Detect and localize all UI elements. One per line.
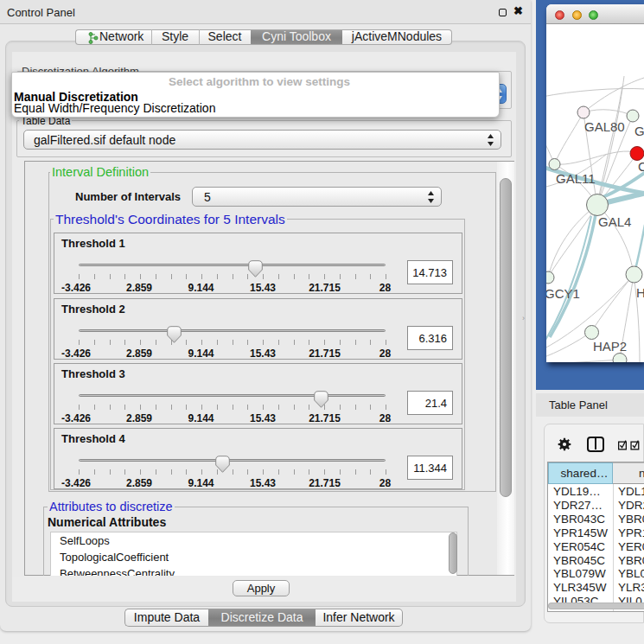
svg-text:G.: G.: [634, 124, 644, 138]
svg-text:C: C: [638, 159, 644, 174]
svg-text:GAL80: GAL80: [584, 119, 625, 134]
svg-text:GCY1: GCY1: [546, 286, 580, 301]
svg-text:GAL4: GAL4: [598, 214, 631, 229]
svg-text:H: H: [636, 285, 644, 300]
svg-text:HAP2: HAP2: [593, 339, 627, 354]
svg-text:GAL11: GAL11: [556, 171, 596, 186]
